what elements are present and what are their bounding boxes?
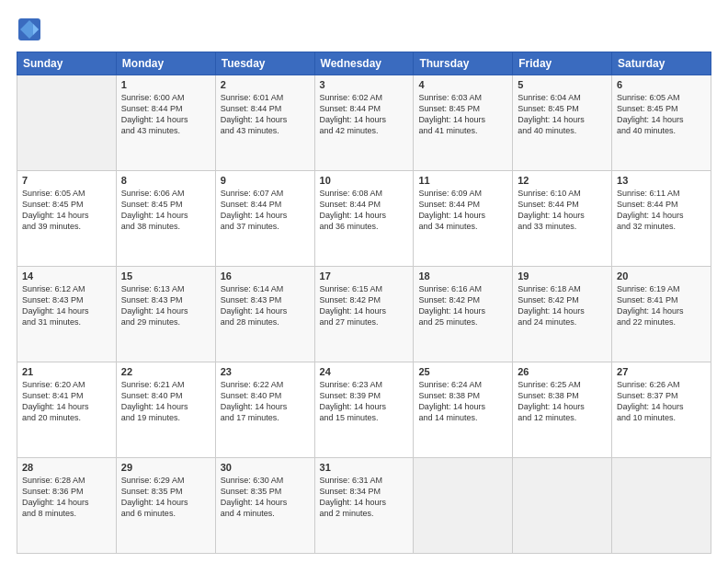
cell-content: Sunrise: 6:04 AM Sunset: 8:45 PM Dayligh… [518,92,607,137]
day-number: 17 [320,270,409,282]
cell-content: Sunrise: 6:22 AM Sunset: 8:40 PM Dayligh… [221,379,310,424]
cell-content: Sunrise: 6:29 AM Sunset: 8:35 PM Dayligh… [121,475,210,520]
day-number: 1 [121,79,210,90]
cell-content: Sunrise: 6:26 AM Sunset: 8:37 PM Dayligh… [617,379,706,424]
cell-content: Sunrise: 6:12 AM Sunset: 8:43 PM Dayligh… [22,283,111,328]
cell-content: Sunrise: 6:11 AM Sunset: 8:44 PM Dayligh… [617,188,706,233]
cell-content: Sunrise: 6:00 AM Sunset: 8:44 PM Dayligh… [121,92,210,137]
calendar-cell: 17Sunrise: 6:15 AM Sunset: 8:42 PM Dayli… [314,267,414,362]
day-number: 15 [121,270,210,282]
cell-content: Sunrise: 6:13 AM Sunset: 8:43 PM Dayligh… [121,283,210,328]
day-number: 31 [320,462,409,473]
cell-content: Sunrise: 6:24 AM Sunset: 8:38 PM Dayligh… [418,379,507,424]
calendar-cell: 23Sunrise: 6:22 AM Sunset: 8:40 PM Dayli… [215,362,314,458]
calendar-cell: 10Sunrise: 6:08 AM Sunset: 8:44 PM Dayli… [314,171,414,267]
cell-content: Sunrise: 6:16 AM Sunset: 8:42 PM Dayligh… [418,283,507,328]
calendar-cell: 31Sunrise: 6:31 AM Sunset: 8:34 PM Dayli… [314,458,414,554]
calendar-cell: 30Sunrise: 6:30 AM Sunset: 8:35 PM Dayli… [215,458,314,554]
week-row-5: 28Sunrise: 6:28 AM Sunset: 8:36 PM Dayli… [17,458,711,554]
calendar-cell: 12Sunrise: 6:10 AM Sunset: 8:44 PM Dayli… [513,171,612,267]
calendar-cell: 1Sunrise: 6:00 AM Sunset: 8:44 PM Daylig… [116,75,215,171]
header [17,17,711,42]
calendar-cell: 22Sunrise: 6:21 AM Sunset: 8:40 PM Dayli… [116,362,215,458]
calendar-page: SundayMondayTuesdayWednesdayThursdayFrid… [0,0,728,563]
calendar-cell: 6Sunrise: 6:05 AM Sunset: 8:45 PM Daylig… [612,75,711,171]
weekday-header-tuesday: Tuesday [215,52,314,75]
cell-content: Sunrise: 6:05 AM Sunset: 8:45 PM Dayligh… [22,188,111,233]
day-number: 8 [121,175,210,186]
cell-content: Sunrise: 6:01 AM Sunset: 8:44 PM Dayligh… [221,92,310,137]
cell-content: Sunrise: 6:18 AM Sunset: 8:42 PM Dayligh… [518,283,607,328]
day-number: 12 [518,175,607,186]
day-number: 19 [518,270,607,282]
calendar-cell: 7Sunrise: 6:05 AM Sunset: 8:45 PM Daylig… [17,171,117,267]
cell-content: Sunrise: 6:23 AM Sunset: 8:39 PM Dayligh… [320,379,409,424]
weekday-header-sunday: Sunday [17,52,117,75]
calendar-cell [612,458,711,554]
day-number: 3 [320,79,409,90]
calendar-cell: 20Sunrise: 6:19 AM Sunset: 8:41 PM Dayli… [612,267,711,362]
cell-content: Sunrise: 6:05 AM Sunset: 8:45 PM Dayligh… [617,92,706,137]
week-row-1: 1Sunrise: 6:00 AM Sunset: 8:44 PM Daylig… [17,75,711,171]
calendar-cell [513,458,612,554]
day-number: 11 [418,175,507,186]
calendar-cell: 2Sunrise: 6:01 AM Sunset: 8:44 PM Daylig… [215,75,314,171]
day-number: 6 [617,79,706,90]
calendar-cell: 4Sunrise: 6:03 AM Sunset: 8:45 PM Daylig… [414,75,513,171]
calendar-cell: 14Sunrise: 6:12 AM Sunset: 8:43 PM Dayli… [17,267,117,362]
cell-content: Sunrise: 6:06 AM Sunset: 8:45 PM Dayligh… [121,188,210,233]
calendar-cell [414,458,513,554]
day-number: 21 [22,366,111,377]
cell-content: Sunrise: 6:07 AM Sunset: 8:44 PM Dayligh… [221,188,310,233]
day-number: 29 [121,462,210,473]
day-number: 13 [617,175,706,186]
calendar-cell: 8Sunrise: 6:06 AM Sunset: 8:45 PM Daylig… [116,171,215,267]
cell-content: Sunrise: 6:02 AM Sunset: 8:44 PM Dayligh… [320,92,409,137]
calendar-cell: 16Sunrise: 6:14 AM Sunset: 8:43 PM Dayli… [215,267,314,362]
cell-content: Sunrise: 6:28 AM Sunset: 8:36 PM Dayligh… [22,475,111,520]
day-number: 10 [320,175,409,186]
cell-content: Sunrise: 6:25 AM Sunset: 8:38 PM Dayligh… [518,379,607,424]
day-number: 7 [22,175,111,186]
calendar-cell: 24Sunrise: 6:23 AM Sunset: 8:39 PM Dayli… [314,362,414,458]
cell-content: Sunrise: 6:15 AM Sunset: 8:42 PM Dayligh… [320,283,409,328]
calendar-cell: 3Sunrise: 6:02 AM Sunset: 8:44 PM Daylig… [314,75,414,171]
day-number: 27 [617,366,706,377]
cell-content: Sunrise: 6:21 AM Sunset: 8:40 PM Dayligh… [121,379,210,424]
calendar-cell [17,75,117,171]
calendar-cell: 27Sunrise: 6:26 AM Sunset: 8:37 PM Dayli… [612,362,711,458]
day-number: 25 [418,366,507,377]
calendar-cell: 26Sunrise: 6:25 AM Sunset: 8:38 PM Dayli… [513,362,612,458]
calendar-cell: 29Sunrise: 6:29 AM Sunset: 8:35 PM Dayli… [116,458,215,554]
day-number: 18 [418,270,507,282]
cell-content: Sunrise: 6:19 AM Sunset: 8:41 PM Dayligh… [617,283,706,328]
weekday-header-friday: Friday [513,52,612,75]
calendar-cell: 13Sunrise: 6:11 AM Sunset: 8:44 PM Dayli… [612,171,711,267]
calendar-cell: 18Sunrise: 6:16 AM Sunset: 8:42 PM Dayli… [414,267,513,362]
day-number: 14 [22,270,111,282]
week-row-3: 14Sunrise: 6:12 AM Sunset: 8:43 PM Dayli… [17,267,711,362]
day-number: 5 [518,79,607,90]
day-number: 20 [617,270,706,282]
cell-content: Sunrise: 6:30 AM Sunset: 8:35 PM Dayligh… [221,475,310,520]
week-row-4: 21Sunrise: 6:20 AM Sunset: 8:41 PM Dayli… [17,362,711,458]
cell-content: Sunrise: 6:10 AM Sunset: 8:44 PM Dayligh… [518,188,607,233]
day-number: 23 [221,366,310,377]
weekday-header-thursday: Thursday [414,52,513,75]
week-row-2: 7Sunrise: 6:05 AM Sunset: 8:45 PM Daylig… [17,171,711,267]
cell-content: Sunrise: 6:08 AM Sunset: 8:44 PM Dayligh… [320,188,409,233]
cell-content: Sunrise: 6:09 AM Sunset: 8:44 PM Dayligh… [418,188,507,233]
calendar-cell: 19Sunrise: 6:18 AM Sunset: 8:42 PM Dayli… [513,267,612,362]
calendar-cell: 11Sunrise: 6:09 AM Sunset: 8:44 PM Dayli… [414,171,513,267]
calendar-cell: 9Sunrise: 6:07 AM Sunset: 8:44 PM Daylig… [215,171,314,267]
cell-content: Sunrise: 6:20 AM Sunset: 8:41 PM Dayligh… [22,379,111,424]
cell-content: Sunrise: 6:03 AM Sunset: 8:45 PM Dayligh… [418,92,507,137]
logo-icon [17,17,42,42]
weekday-header-row: SundayMondayTuesdayWednesdayThursdayFrid… [17,52,711,75]
logo [17,17,46,42]
day-number: 28 [22,462,111,473]
calendar-cell: 25Sunrise: 6:24 AM Sunset: 8:38 PM Dayli… [414,362,513,458]
weekday-header-saturday: Saturday [612,52,711,75]
day-number: 22 [121,366,210,377]
day-number: 26 [518,366,607,377]
